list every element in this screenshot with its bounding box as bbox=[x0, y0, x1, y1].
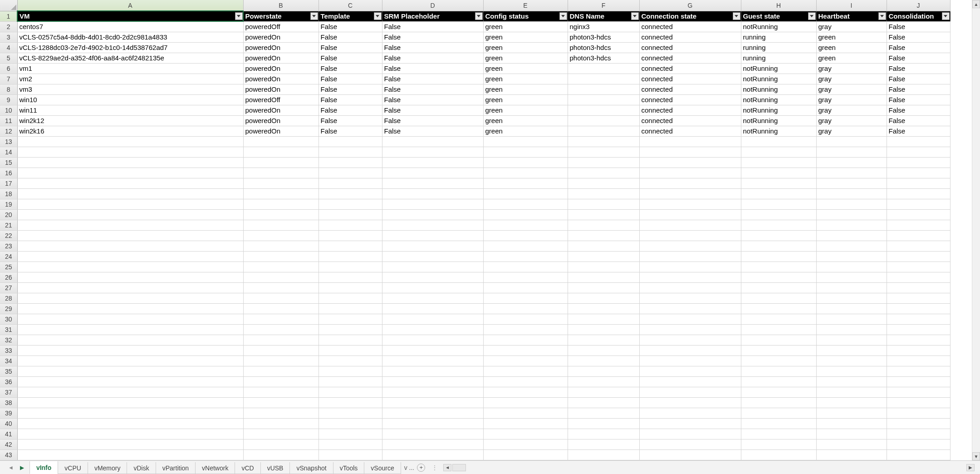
row-header-5[interactable]: 5 bbox=[0, 53, 17, 63]
cell-C34[interactable] bbox=[318, 356, 382, 366]
cell-E10[interactable]: green bbox=[483, 105, 568, 115]
cell-I18[interactable] bbox=[816, 188, 887, 199]
cell-F10[interactable] bbox=[568, 105, 639, 115]
cell-B14[interactable] bbox=[243, 147, 318, 157]
cell-E28[interactable] bbox=[483, 293, 568, 303]
cell-D12[interactable]: False bbox=[382, 126, 483, 136]
cell-E17[interactable] bbox=[483, 178, 568, 188]
cell-A16[interactable] bbox=[17, 168, 243, 178]
row-header-40[interactable]: 40 bbox=[0, 418, 17, 429]
cell-B18[interactable] bbox=[243, 188, 318, 199]
cell-F37[interactable] bbox=[568, 387, 639, 397]
cell-I28[interactable] bbox=[816, 293, 887, 303]
cell-B27[interactable] bbox=[243, 282, 318, 293]
cell-I9[interactable]: gray bbox=[816, 94, 887, 105]
table-header-powerstate[interactable]: Powerstate bbox=[243, 11, 318, 21]
cell-E11[interactable]: green bbox=[483, 115, 568, 126]
cell-F18[interactable] bbox=[568, 188, 639, 199]
cell-A36[interactable] bbox=[17, 376, 243, 387]
table-header-connection-state[interactable]: Connection state bbox=[639, 11, 741, 21]
cell-B40[interactable] bbox=[243, 418, 318, 429]
cell-G10[interactable]: connected bbox=[639, 105, 741, 115]
cell-H23[interactable] bbox=[741, 241, 816, 251]
vscroll-track[interactable] bbox=[972, 8, 980, 452]
cell-I4[interactable]: green bbox=[816, 42, 887, 53]
table-header-heartbeat[interactable]: Heartbeat bbox=[816, 11, 887, 21]
hscroll-track[interactable] bbox=[452, 464, 466, 471]
cell-G36[interactable] bbox=[639, 376, 741, 387]
cell-I22[interactable] bbox=[816, 230, 887, 241]
cell-A26[interactable] bbox=[17, 272, 243, 282]
filter-dropdown-icon[interactable] bbox=[559, 12, 567, 20]
cell-C21[interactable] bbox=[318, 220, 382, 230]
row-header-6[interactable]: 6 bbox=[0, 63, 17, 74]
cell-H31[interactable] bbox=[741, 324, 816, 335]
col-header-J[interactable]: J bbox=[887, 0, 950, 11]
cell-I12[interactable]: gray bbox=[816, 126, 887, 136]
cell-I40[interactable] bbox=[816, 418, 887, 429]
cell-D8[interactable]: False bbox=[382, 84, 483, 94]
cell-A31[interactable] bbox=[17, 324, 243, 335]
cell-I14[interactable] bbox=[816, 147, 887, 157]
cell-E19[interactable] bbox=[483, 199, 568, 209]
cell-H2[interactable]: notRunning bbox=[741, 21, 816, 32]
cell-H3[interactable]: running bbox=[741, 32, 816, 42]
row-header-21[interactable]: 21 bbox=[0, 220, 17, 230]
cell-D37[interactable] bbox=[382, 387, 483, 397]
cell-F3[interactable]: photon3-hdcs bbox=[568, 32, 639, 42]
cell-B9[interactable]: poweredOff bbox=[243, 94, 318, 105]
cell-H24[interactable] bbox=[741, 251, 816, 262]
sheet-tab-vcd[interactable]: vCD bbox=[235, 462, 260, 474]
cell-A23[interactable] bbox=[17, 241, 243, 251]
cell-E21[interactable] bbox=[483, 220, 568, 230]
cell-C26[interactable] bbox=[318, 272, 382, 282]
row-header-31[interactable]: 31 bbox=[0, 324, 17, 335]
cell-I3[interactable]: green bbox=[816, 32, 887, 42]
cell-C30[interactable] bbox=[318, 314, 382, 324]
cell-D2[interactable]: False bbox=[382, 21, 483, 32]
row-header-29[interactable]: 29 bbox=[0, 303, 17, 314]
row-header-20[interactable]: 20 bbox=[0, 209, 17, 220]
row-header-42[interactable]: 42 bbox=[0, 439, 17, 449]
cell-E6[interactable]: green bbox=[483, 63, 568, 74]
cell-H13[interactable] bbox=[741, 136, 816, 147]
cell-F21[interactable] bbox=[568, 220, 639, 230]
cell-D3[interactable]: False bbox=[382, 32, 483, 42]
cell-G4[interactable]: connected bbox=[639, 42, 741, 53]
cell-D38[interactable] bbox=[382, 397, 483, 408]
cell-I25[interactable] bbox=[816, 262, 887, 272]
cell-E7[interactable]: green bbox=[483, 74, 568, 84]
cell-D33[interactable] bbox=[382, 345, 483, 356]
cell-D29[interactable] bbox=[382, 303, 483, 314]
sheet-tab-vmemory[interactable]: vMemory bbox=[88, 462, 127, 474]
cell-B5[interactable]: poweredOn bbox=[243, 53, 318, 63]
cell-J31[interactable] bbox=[887, 324, 950, 335]
sheet-tab-vtools[interactable]: vTools bbox=[333, 462, 365, 474]
cell-D42[interactable] bbox=[382, 439, 483, 449]
cell-G15[interactable] bbox=[639, 157, 741, 168]
cell-F31[interactable] bbox=[568, 324, 639, 335]
cell-G24[interactable] bbox=[639, 251, 741, 262]
cell-C35[interactable] bbox=[318, 366, 382, 376]
cell-H7[interactable]: notRunning bbox=[741, 74, 816, 84]
filter-dropdown-icon[interactable] bbox=[733, 12, 740, 20]
cell-C41[interactable] bbox=[318, 429, 382, 439]
cell-G7[interactable]: connected bbox=[639, 74, 741, 84]
cell-A40[interactable] bbox=[17, 418, 243, 429]
cell-G43[interactable] bbox=[639, 449, 741, 460]
cell-A15[interactable] bbox=[17, 157, 243, 168]
cell-C24[interactable] bbox=[318, 251, 382, 262]
cell-H22[interactable] bbox=[741, 230, 816, 241]
cell-C40[interactable] bbox=[318, 418, 382, 429]
cell-A14[interactable] bbox=[17, 147, 243, 157]
cell-H32[interactable] bbox=[741, 335, 816, 345]
col-header-G[interactable]: G bbox=[639, 0, 741, 11]
cell-G8[interactable]: connected bbox=[639, 84, 741, 94]
cell-I38[interactable] bbox=[816, 397, 887, 408]
filter-dropdown-icon[interactable] bbox=[235, 12, 243, 20]
scroll-down-arrow[interactable]: ▼ bbox=[972, 452, 980, 460]
cell-C42[interactable] bbox=[318, 439, 382, 449]
cell-G23[interactable] bbox=[639, 241, 741, 251]
cell-H33[interactable] bbox=[741, 345, 816, 356]
cell-D32[interactable] bbox=[382, 335, 483, 345]
